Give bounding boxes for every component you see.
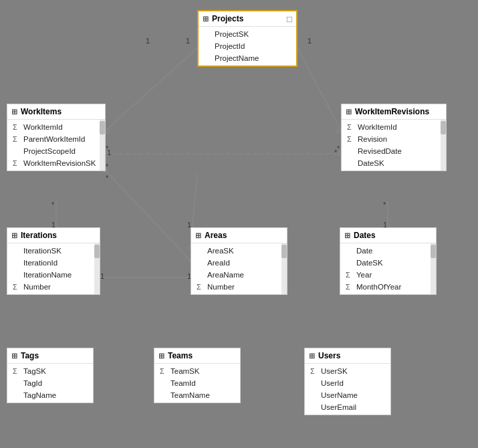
workitems-body: ΣWorkItemId ΣParentWorkItemId ProjectSco…	[7, 120, 105, 171]
workitemrevisions-title: WorkItemRevisions	[355, 107, 429, 116]
table-row: ΣMonthOfYear	[340, 281, 436, 293]
table-row: UserName	[305, 389, 390, 401]
diagram-canvas: 1 1 1 * * * 1 * * 1 1 1 * 1 1 * ⊞ Projec…	[0, 0, 478, 448]
table-row: DateSK	[340, 257, 436, 269]
workitems-header: ⊞ WorkItems	[7, 104, 105, 120]
sigma-icon: Σ	[160, 367, 168, 375]
svg-line-0	[106, 48, 197, 130]
svg-line-2	[297, 48, 341, 130]
table-row: ΣNumber	[7, 281, 100, 293]
dates-header: ⊞ Dates	[340, 228, 436, 243]
table-row: ΣWorkItemRevisionSK	[7, 157, 105, 169]
teams-icon: ⊞	[158, 352, 164, 360]
table-row: TagId	[7, 377, 93, 389]
workitems-icon: ⊞	[11, 108, 17, 116]
iterations-icon: ⊞	[11, 231, 17, 240]
label-1-iter-areas: 1	[100, 272, 104, 280]
tags-header: ⊞ Tags	[7, 348, 93, 364]
label-star-wir-dates: *	[383, 201, 386, 209]
users-table[interactable]: ⊞ Users ΣUserSK UserId UserName UserEmai…	[304, 348, 391, 415]
table-row: AreaName	[191, 269, 287, 281]
table-row: ΣRevision	[342, 133, 446, 145]
workitemrevisions-body: ΣWorkItemId ΣRevision RevisedDate DateSK	[342, 120, 446, 171]
projects-body: ProjectSK ProjectId ProjectName	[199, 27, 296, 66]
areas-header: ⊞ Areas	[191, 228, 287, 243]
scrollbar[interactable]	[281, 243, 287, 294]
label-1-projects-wir: 1	[308, 37, 312, 45]
scrollbar[interactable]	[94, 243, 100, 294]
workitems-table[interactable]: ⊞ WorkItems ΣWorkItemId ΣParentWorkItemI…	[7, 104, 106, 171]
dates-table[interactable]: ⊞ Dates Date DateSK ΣYear ΣMonthOfYear	[340, 227, 437, 295]
projects-table[interactable]: ⊞ Projects ⬚ ProjectSK ProjectId Project…	[197, 10, 297, 67]
teams-table[interactable]: ⊞ Teams ΣTeamSK TeamId TeamName	[154, 348, 241, 403]
svg-line-9	[106, 171, 191, 261]
projects-header: ⊞ Projects ⬚	[199, 11, 296, 27]
label-1-projects-wi2: 1	[186, 37, 190, 45]
table-row: ProjectId	[199, 40, 296, 52]
table-row: IterationSK	[7, 245, 100, 257]
projects-expand-icon[interactable]: ⬚	[286, 15, 292, 23]
label-star-wi2: *	[106, 162, 108, 171]
sigma-icon: Σ	[13, 135, 21, 143]
table-row: ΣTeamSK	[154, 365, 240, 377]
workitemrevisions-header: ⊞ WorkItemRevisions	[342, 104, 446, 120]
tags-title: Tags	[21, 351, 39, 360]
projects-icon: ⊞	[203, 15, 209, 23]
iterations-header: ⊞ Iterations	[7, 228, 100, 243]
sigma-icon: Σ	[13, 367, 21, 375]
teams-title: Teams	[168, 351, 193, 360]
scrollbar[interactable]	[441, 120, 446, 171]
projects-title: Projects	[212, 14, 243, 23]
sigma-icon: Σ	[13, 123, 21, 131]
users-title: Users	[318, 351, 340, 360]
dates-body: Date DateSK ΣYear ΣMonthOfYear	[340, 243, 436, 294]
areas-body: AreaSK AreaId AreaName ΣNumber	[191, 243, 287, 294]
workitemrevisions-icon: ⊞	[346, 108, 352, 116]
table-row: ΣNumber	[191, 281, 287, 293]
iterations-body: IterationSK IterationId IterationName ΣN…	[7, 243, 100, 294]
label-star-wi-iter: *	[51, 201, 54, 209]
table-row: ΣYear	[340, 269, 436, 281]
dates-icon: ⊞	[344, 231, 350, 240]
sigma-icon: Σ	[346, 271, 354, 279]
sigma-icon: Σ	[347, 123, 355, 131]
scrollbar[interactable]	[431, 243, 436, 294]
label-star-wir: *	[337, 144, 340, 152]
table-row: IterationName	[7, 269, 100, 281]
table-row: RevisedDate	[342, 145, 446, 157]
table-row: Date	[340, 245, 436, 257]
table-row: IterationId	[7, 257, 100, 269]
iterations-table[interactable]: ⊞ Iterations IterationSK IterationId Ite…	[7, 227, 100, 295]
sigma-icon: Σ	[13, 283, 21, 291]
table-row: UserEmail	[305, 401, 390, 413]
table-row: ΣWorkItemId	[7, 121, 105, 133]
svg-point-1	[106, 129, 110, 133]
scrollbar[interactable]	[100, 120, 105, 171]
table-row: ProjectScopeId	[7, 145, 105, 157]
sigma-icon: Σ	[13, 159, 21, 167]
teams-header: ⊞ Teams	[154, 348, 240, 364]
users-body: ΣUserSK UserId UserName UserEmail	[305, 364, 390, 415]
tags-table[interactable]: ⊞ Tags ΣTagSK TagId TagName	[7, 348, 94, 403]
users-header: ⊞ Users	[305, 348, 390, 364]
table-row: TagName	[7, 389, 93, 401]
label-1-projects-wi: 1	[146, 37, 150, 45]
table-row: ΣTagSK	[7, 365, 93, 377]
tags-body: ΣTagSK TagId TagName	[7, 364, 93, 403]
table-row: ΣParentWorkItemId	[7, 133, 105, 145]
table-row: UserId	[305, 377, 390, 389]
sigma-icon: Σ	[346, 283, 354, 291]
label-star-wi3: *	[106, 174, 108, 182]
sigma-icon: Σ	[310, 367, 318, 375]
tags-icon: ⊞	[11, 352, 17, 360]
label-1-dash-left: 1	[107, 148, 111, 156]
sigma-icon: Σ	[347, 135, 355, 143]
workitems-title: WorkItems	[21, 107, 62, 116]
table-row: DateSK	[342, 157, 446, 169]
areas-table[interactable]: ⊞ Areas AreaSK AreaId AreaName ΣNumber	[191, 227, 287, 295]
iterations-title: Iterations	[21, 231, 57, 240]
workitemrevisions-table[interactable]: ⊞ WorkItemRevisions ΣWorkItemId ΣRevisio…	[341, 104, 447, 171]
dates-title: Dates	[354, 231, 376, 240]
table-row: AreaSK	[191, 245, 287, 257]
users-icon: ⊞	[309, 352, 315, 360]
